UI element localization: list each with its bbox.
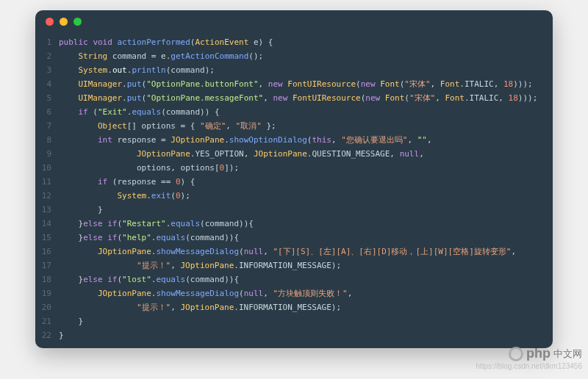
minimize-icon[interactable] bbox=[60, 18, 68, 26]
line-number: 20 bbox=[35, 300, 59, 314]
line-number: 16 bbox=[35, 245, 59, 259]
line-number: 7 bbox=[35, 119, 59, 133]
logo-icon bbox=[509, 347, 523, 361]
watermark-brand: php 中文网 bbox=[509, 346, 582, 361]
line-content: }else if("lost".equals(command)){ bbox=[59, 272, 553, 286]
line-content: JOptionPane.showMessageDialog(null, "方块触… bbox=[59, 286, 553, 300]
line-content: System.exit(0); bbox=[59, 189, 553, 203]
line-number: 17 bbox=[35, 259, 59, 272]
code-line: 17 "提示！", JOptionPane.INFORMATION_MESSAG… bbox=[35, 259, 553, 272]
line-number: 2 bbox=[35, 49, 59, 63]
line-number: 1 bbox=[35, 35, 59, 49]
line-content: UIManager.put("OptionPane.buttonFont", n… bbox=[59, 77, 553, 91]
line-number: 11 bbox=[35, 175, 59, 189]
line-content: System.out.println(command); bbox=[59, 63, 553, 77]
line-number: 8 bbox=[35, 133, 59, 147]
watermark: php 中文网 https://blog.csdn.net/dkm123456 bbox=[476, 346, 582, 370]
code-line: 7 Object[] options = { "确定", "取消" }; bbox=[35, 119, 553, 133]
code-line: 14 }else if("Restart".equals(command)){ bbox=[35, 217, 553, 231]
line-content: UIManager.put("OptionPane.messageFont", … bbox=[59, 91, 553, 105]
code-area: 1public void actionPerformed(ActionEvent… bbox=[35, 32, 553, 348]
line-content: if (response == 0) { bbox=[59, 175, 553, 189]
line-number: 12 bbox=[35, 189, 59, 203]
code-line: 19 JOptionPane.showMessageDialog(null, "… bbox=[35, 286, 553, 300]
code-line: 10 options, options[0]); bbox=[35, 161, 553, 175]
code-line: 20 "提示！", JOptionPane.INFORMATION_MESSAG… bbox=[35, 300, 553, 314]
line-content: int response = JOptionPane.showOptionDia… bbox=[59, 133, 553, 147]
code-line: 15 }else if("help".equals(command)){ bbox=[35, 231, 553, 245]
code-line: 22} bbox=[35, 328, 553, 342]
code-line: 21 } bbox=[35, 314, 553, 328]
watermark-url: https://blog.csdn.net/dkm123456 bbox=[476, 362, 582, 370]
watermark-cn: 中文网 bbox=[553, 347, 582, 361]
line-number: 4 bbox=[35, 77, 59, 91]
line-content: "提示！", JOptionPane.INFORMATION_MESSAGE); bbox=[59, 259, 553, 272]
code-line: 1public void actionPerformed(ActionEvent… bbox=[35, 35, 553, 49]
code-line: 2 String command = e.getActionCommand(); bbox=[35, 49, 553, 63]
line-content: public void actionPerformed(ActionEvent … bbox=[59, 35, 553, 49]
line-number: 5 bbox=[35, 91, 59, 105]
line-content: }else if("help".equals(command)){ bbox=[59, 231, 553, 245]
code-line: 6 if ("Exit".equals(command)) { bbox=[35, 105, 553, 119]
line-number: 9 bbox=[35, 147, 59, 161]
line-content: } bbox=[59, 328, 553, 342]
close-icon[interactable] bbox=[46, 18, 54, 26]
line-content: if ("Exit".equals(command)) { bbox=[59, 105, 553, 119]
line-number: 22 bbox=[35, 328, 59, 342]
line-number: 10 bbox=[35, 161, 59, 175]
line-content: "提示！", JOptionPane.INFORMATION_MESSAGE); bbox=[59, 300, 553, 314]
line-content: }else if("Restart".equals(command)){ bbox=[59, 217, 553, 231]
line-number: 21 bbox=[35, 314, 59, 328]
line-number: 13 bbox=[35, 203, 59, 217]
code-line: 4 UIManager.put("OptionPane.buttonFont",… bbox=[35, 77, 553, 91]
code-line: 18 }else if("lost".equals(command)){ bbox=[35, 272, 553, 286]
code-window: 1public void actionPerformed(ActionEvent… bbox=[35, 10, 553, 348]
line-number: 15 bbox=[35, 231, 59, 245]
code-line: 12 System.exit(0); bbox=[35, 189, 553, 203]
code-line: 16 JOptionPane.showMessageDialog(null, "… bbox=[35, 245, 553, 259]
code-line: 3 System.out.println(command); bbox=[35, 63, 553, 77]
code-line: 13 } bbox=[35, 203, 553, 217]
line-content: Object[] options = { "确定", "取消" }; bbox=[59, 119, 553, 133]
code-line: 5 UIManager.put("OptionPane.messageFont"… bbox=[35, 91, 553, 105]
line-content: JOptionPane.showMessageDialog(null, "[下]… bbox=[59, 245, 553, 259]
line-number: 3 bbox=[35, 63, 59, 77]
code-line: 9 JOptionPane.YES_OPTION, JOptionPane.QU… bbox=[35, 147, 553, 161]
line-number: 18 bbox=[35, 272, 59, 286]
line-content: } bbox=[59, 314, 553, 328]
maximize-icon[interactable] bbox=[74, 18, 82, 26]
watermark-php: php bbox=[526, 346, 551, 361]
window-titlebar bbox=[35, 10, 553, 32]
line-content: JOptionPane.YES_OPTION, JOptionPane.QUES… bbox=[59, 147, 553, 161]
line-number: 19 bbox=[35, 286, 59, 300]
code-line: 11 if (response == 0) { bbox=[35, 175, 553, 189]
line-number: 6 bbox=[35, 105, 59, 119]
code-line: 8 int response = JOptionPane.showOptionD… bbox=[35, 133, 553, 147]
line-content: } bbox=[59, 203, 553, 217]
line-content: options, options[0]); bbox=[59, 161, 553, 175]
line-content: String command = e.getActionCommand(); bbox=[59, 49, 553, 63]
line-number: 14 bbox=[35, 217, 59, 231]
